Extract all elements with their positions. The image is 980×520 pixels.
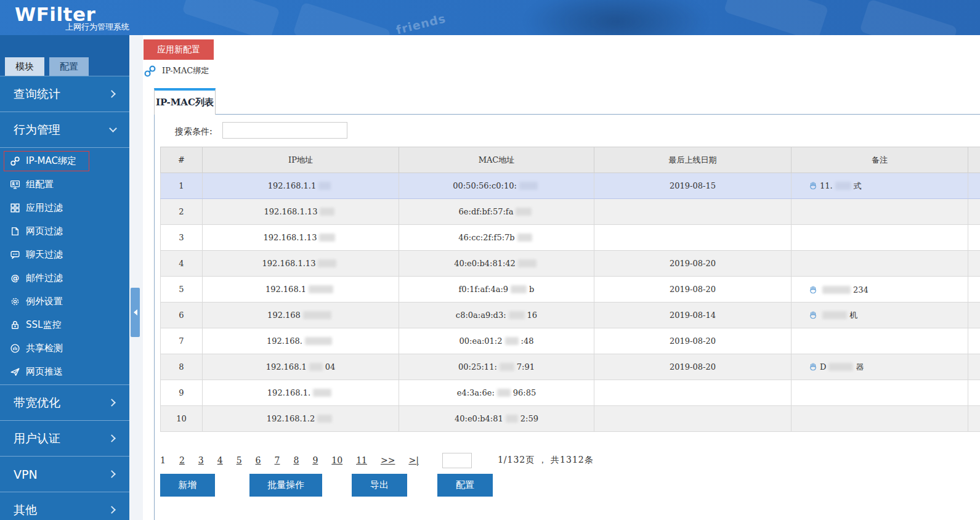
cell-text: 192.168.1.2 xyxy=(267,414,315,423)
sidebar-category-user-auth[interactable]: 用户认证 xyxy=(0,421,129,457)
sidebar-item-label: 例外设置 xyxy=(26,296,63,307)
sidebar-category-other[interactable]: 其他 xyxy=(0,492,129,520)
export-button[interactable]: 导出 xyxy=(352,474,407,497)
table-row[interactable]: 8192.168.10400:25:11:7:912019-08-20D器 xyxy=(161,354,980,380)
table-row[interactable]: 7192.168.00:ea:01:2:482019-08-20 xyxy=(161,328,980,354)
cell-text: 192.168.1 xyxy=(266,362,307,372)
table-row[interactable]: 9192.168.1.e4:3a:6e:96:85 xyxy=(161,380,980,406)
cell-extra xyxy=(968,354,980,380)
page-link-9[interactable]: 9 xyxy=(312,455,318,465)
cell-index: 8 xyxy=(161,354,203,380)
cell-index: 9 xyxy=(161,380,203,406)
link-icon xyxy=(10,156,20,166)
cell-extra xyxy=(968,303,980,328)
tab-ip-mac-list[interactable]: IP-MAC列表 xyxy=(154,88,216,115)
table-row[interactable]: 5192.168.1f0:1f:af:4a:9b2019-08-20234 xyxy=(161,277,980,303)
table-row[interactable]: 1192.168.1.100:50:56:c0:10:2019-08-1511.… xyxy=(161,173,980,199)
cell-remark xyxy=(792,380,968,406)
sidebar-item-web-push[interactable]: 网页推送 xyxy=(0,360,129,383)
col-last-online: 最后上线日期 xyxy=(594,147,792,173)
sidebar-item-ssl-monitor[interactable]: SSL监控 xyxy=(0,313,129,336)
app-subtitle: 上网行为管理系统 xyxy=(65,22,129,33)
sidebar-category-vpn[interactable]: VPN xyxy=(0,457,129,492)
sidebar-tab-bar: 模块 配置 xyxy=(0,35,129,76)
page-jump-input[interactable] xyxy=(442,453,472,468)
cell-mac: f0:1f:af:4a:9b xyxy=(399,277,594,303)
table-row[interactable]: 2192.168.1.136e:df:bf:57:fa xyxy=(161,199,980,225)
page-info: 1/132页 ， 共1312条 xyxy=(498,455,594,466)
cell-ip: 192.168.1.13 xyxy=(203,251,399,277)
sidebar-category-query-stats[interactable]: 查询统计 xyxy=(0,76,129,112)
sidebar-item-mail-filter[interactable]: @邮件过滤 xyxy=(0,266,129,290)
web-push-icon xyxy=(10,367,20,377)
sidebar-collapse-handle[interactable] xyxy=(131,288,140,337)
sidebar-item-exception-settings[interactable]: 例外设置 xyxy=(0,290,129,313)
page-last[interactable]: >| xyxy=(408,455,418,465)
sidebar-category-behavior-mgmt[interactable]: 行为管理 xyxy=(0,112,129,148)
sidebar-item-chat-filter[interactable]: 聊天过滤 xyxy=(0,243,129,266)
table-row[interactable]: 10192.168.1.240:e0:b4:812:59 xyxy=(161,406,980,432)
sidebar-category-bandwidth-opt[interactable]: 带宽优化 xyxy=(0,385,129,421)
keyboard-background xyxy=(182,0,280,35)
redacted-text xyxy=(309,285,333,293)
keyboard-key-text: friends xyxy=(395,11,447,35)
cell-last-online: 2019-08-15 xyxy=(594,173,792,199)
tab-modules[interactable]: 模块 xyxy=(5,57,44,76)
cell-text: 192.168.1.1 xyxy=(268,181,317,190)
page-link-11[interactable]: 11 xyxy=(356,455,367,465)
cell-mac: 40:e0:b4:812:59 xyxy=(399,406,594,432)
sidebar-item-label: 共享检测 xyxy=(26,343,63,354)
search-input[interactable] xyxy=(222,122,347,139)
sidebar-item-label: 网页过滤 xyxy=(26,225,63,237)
pagination: 1234567891011>>>|1/132页 ， 共1312条 xyxy=(160,452,607,468)
cell-ip: 192.168.1 xyxy=(203,277,399,303)
page-link-8[interactable]: 8 xyxy=(293,455,299,465)
ip-mac-table: # IP地址 MAC地址 最后上线日期 备注 1192.168.1.100:50… xyxy=(160,147,980,432)
add-button[interactable]: 新增 xyxy=(160,474,215,497)
cell-mac: 00:25:11:7:91 xyxy=(399,354,594,380)
cell-index: 6 xyxy=(161,303,203,328)
page-link-10[interactable]: 10 xyxy=(331,455,342,465)
category-label: 行为管理 xyxy=(14,122,60,138)
cell-last-online: 2019-08-20 xyxy=(594,328,792,354)
sidebar-item-ip-mac-binding[interactable]: IP-MAC绑定 xyxy=(0,149,129,173)
page-link-6[interactable]: 6 xyxy=(256,455,261,465)
sidebar-item-app-filter[interactable]: 应用过滤 xyxy=(0,196,129,219)
cell-text: 6e:df:bf:57:fa xyxy=(459,207,514,216)
page-link-2[interactable]: 2 xyxy=(179,455,185,465)
page-link-3[interactable]: 3 xyxy=(198,455,204,465)
cell-remark: 机 xyxy=(792,303,968,328)
main-content: 应用新配置 IP-MAC绑定 IP-MAC列表 搜索条件: # IP地址 MAC… xyxy=(143,35,980,520)
page-link-4[interactable]: 4 xyxy=(217,455,223,465)
redacted-text xyxy=(828,363,853,371)
cell-ip: 192.168.1.1 xyxy=(203,173,399,199)
config-button[interactable]: 配置 xyxy=(437,474,493,497)
cell-mac: 6e:df:bf:57:fa xyxy=(399,199,594,225)
table-row[interactable]: 6192.168c8:0a:a9:d3:162019-08-14机 xyxy=(161,303,980,328)
table-row[interactable]: 4192.168.1.1340:e0:b4:81:422019-08-20 xyxy=(161,251,980,277)
batch-operation-button[interactable]: 批量操作 xyxy=(249,474,322,497)
cell-remark xyxy=(792,251,968,277)
page-link-5[interactable]: 5 xyxy=(237,455,242,465)
table-row[interactable]: 3192.168.1.1346:cc:2f:f5:7b xyxy=(161,225,980,251)
cell-text: 11. xyxy=(820,181,833,190)
redacted-text xyxy=(519,182,538,190)
page-link-7[interactable]: 7 xyxy=(275,455,280,465)
cell-extra xyxy=(968,251,980,277)
chevron-right-icon xyxy=(108,90,116,98)
sidebar-item-label: 组配置 xyxy=(26,179,54,190)
hand-icon xyxy=(808,362,818,372)
apply-new-config-button[interactable]: 应用新配置 xyxy=(144,39,214,60)
sidebar-item-label: SSL监控 xyxy=(26,319,61,331)
cell-ip: 192.168.1.13 xyxy=(203,199,399,225)
tab-config[interactable]: 配置 xyxy=(49,57,89,76)
sidebar-item-web-filter[interactable]: 网页过滤 xyxy=(0,219,129,243)
cell-text: e4:3a:6e: xyxy=(457,388,495,397)
cell-index: 4 xyxy=(161,251,203,277)
sidebar-item-group-config[interactable]: 组配置 xyxy=(0,173,129,196)
cell-text: 2:59 xyxy=(520,414,538,423)
category-label: 用户认证 xyxy=(14,431,60,447)
page-next-group[interactable]: >> xyxy=(381,455,395,465)
sidebar-item-share-detection[interactable]: 共享检测 xyxy=(0,336,129,360)
cell-extra xyxy=(968,173,980,199)
